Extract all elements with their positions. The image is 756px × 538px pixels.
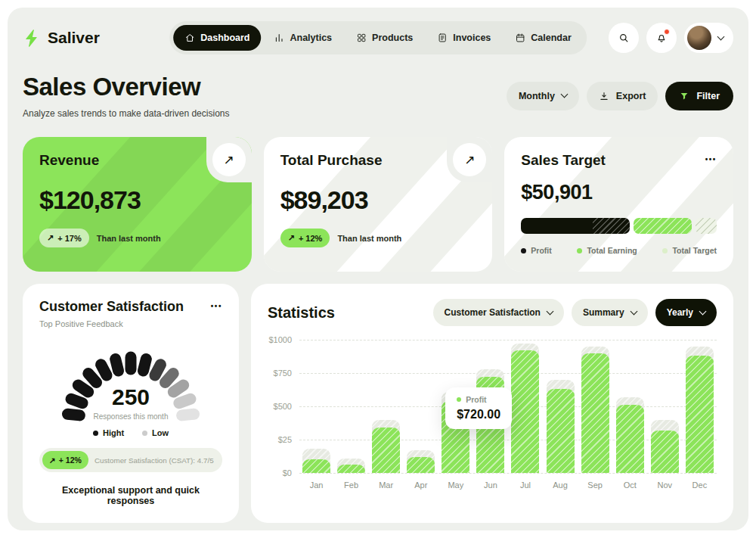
- satisfaction-footer: Exceptional support and quick responses: [39, 485, 222, 506]
- bar-group-nov[interactable]: [651, 340, 679, 473]
- kpi-row: ↗ Revenue $120,873 ↗ + 17% Than last mon…: [23, 137, 733, 272]
- bar-group-dec[interactable]: [686, 340, 714, 473]
- analytics-icon: [274, 33, 284, 43]
- export-button[interactable]: Export: [587, 82, 658, 110]
- bar-chart: $1000$750$500$25$0 Profit $720.00: [268, 340, 717, 473]
- x-tick-label: Oct: [616, 480, 644, 490]
- card-subtitle: Top Positive Feedback: [39, 319, 184, 328]
- card-title: Sales Target: [521, 152, 606, 169]
- search-icon: [618, 32, 630, 44]
- x-tick-label: Jan: [302, 480, 330, 490]
- bar-group-aug[interactable]: [547, 340, 575, 473]
- bar-profit: [547, 389, 575, 473]
- x-tick-label: Dec: [686, 480, 714, 490]
- comparison-note: Than last month: [97, 234, 161, 243]
- nav-item-calendar[interactable]: Calendar: [503, 25, 583, 51]
- bar-group-mar[interactable]: [372, 340, 400, 473]
- x-tick-label: Nov: [651, 480, 679, 490]
- page-actions: Monthly Export Filter: [507, 82, 733, 110]
- metric-select[interactable]: Customer Satisfaction: [433, 299, 564, 326]
- search-button[interactable]: [609, 23, 639, 53]
- revenue-value: $120,873: [39, 185, 235, 215]
- bar-group-oct[interactable]: [616, 340, 644, 473]
- bar-profit: [616, 405, 644, 473]
- tooltip-series-dot: [457, 397, 461, 402]
- chevron-down-icon: [560, 91, 568, 98]
- range-select[interactable]: Yearly: [655, 299, 717, 326]
- summary-label: Summary: [583, 307, 624, 318]
- target-progress-bar: [521, 218, 717, 234]
- bar-group-jan[interactable]: [302, 340, 330, 473]
- filter-label: Filter: [696, 91, 720, 101]
- x-tick-label: May: [442, 480, 469, 490]
- legend-dot: [521, 248, 526, 253]
- period-select[interactable]: Monthly: [507, 82, 579, 110]
- card-title: Revenue: [39, 152, 235, 169]
- gauge-segment: [125, 352, 137, 375]
- nav-item-products[interactable]: Products: [345, 25, 424, 51]
- export-label: Export: [616, 91, 646, 101]
- sales-target-card: Sales Target ••• $50,901 Profit Total Ea…: [504, 137, 733, 272]
- page-title: Sales Overview: [23, 73, 229, 101]
- products-grid-icon: [356, 33, 367, 43]
- bar-group-apr[interactable]: [407, 340, 435, 473]
- legend-label: Profit: [531, 246, 551, 255]
- nav-item-invoices[interactable]: Invoices: [426, 25, 502, 51]
- progress-target: [696, 218, 717, 234]
- nav-item-analytics[interactable]: Analytics: [262, 25, 343, 51]
- user-menu-button[interactable]: [684, 23, 733, 53]
- page-header: Sales Overview Analyze sales trends to m…: [23, 73, 733, 119]
- bar-group-jul[interactable]: [511, 340, 539, 473]
- page-subtitle: Analyze sales trends to make data-driven…: [23, 108, 229, 119]
- card-title: Customer Satisfaction: [39, 299, 184, 315]
- card-corner-notch: ↗: [206, 137, 252, 182]
- avatar: [687, 26, 711, 50]
- badge-label: + 12%: [59, 456, 82, 465]
- period-label: Monthly: [519, 91, 555, 101]
- bar-profit: [686, 356, 714, 473]
- more-options-button[interactable]: •••: [705, 152, 717, 166]
- x-tick-label: Sep: [581, 480, 609, 490]
- csat-trend-badge: ↗ + 12%: [42, 451, 88, 469]
- legend-label: Total Target: [672, 246, 717, 255]
- bar-group-feb[interactable]: [337, 340, 365, 473]
- responses-count: 250: [39, 384, 222, 410]
- y-tick-label: $1000: [268, 335, 292, 344]
- more-options-button[interactable]: •••: [211, 299, 222, 313]
- chart-filters: Customer Satisfaction Summary Yearly: [433, 299, 717, 326]
- calendar-icon: [515, 33, 525, 43]
- chevron-down-icon: [717, 33, 725, 40]
- bar-profit: [337, 465, 365, 473]
- csat-score-text: Customer Satisfaction (CSAT): 4.7/5: [94, 456, 214, 465]
- legend-label: Low: [152, 428, 169, 437]
- x-tick-label: Feb: [337, 480, 365, 490]
- main-nav: Dashboard Analytics Products Invoices Ca…: [169, 21, 587, 54]
- filter-button[interactable]: Filter: [665, 82, 733, 110]
- target-legend: Profit Total Earning Total Target: [521, 246, 717, 255]
- x-tick-label: Jun: [476, 480, 504, 490]
- home-icon: [184, 33, 195, 43]
- trend-up-icon: ↗: [47, 233, 54, 243]
- nav-label: Dashboard: [200, 33, 249, 43]
- y-tick-label: $25: [278, 435, 292, 444]
- csat-pill: ↗ + 12% Customer Satisfaction (CSAT): 4.…: [39, 448, 222, 472]
- brand[interactable]: Saliver: [23, 29, 100, 48]
- chevron-down-icon: [546, 307, 553, 315]
- nav-item-dashboard[interactable]: Dashboard: [173, 25, 261, 51]
- lower-row: Customer Satisfaction Top Positive Feedb…: [23, 284, 733, 523]
- y-axis: $1000$750$500$25$0: [268, 340, 299, 473]
- bar-group-sep[interactable]: [581, 340, 609, 473]
- legend-label: Hight: [103, 428, 124, 437]
- topbar: Saliver Dashboard Analytics Products Inv…: [23, 20, 733, 56]
- open-revenue-button[interactable]: ↗: [212, 143, 246, 176]
- total-purchase-card: ↗ Total Purchase $89,203 ↗ + 12% Than la…: [264, 137, 493, 272]
- topbar-actions: [609, 23, 733, 53]
- notifications-button[interactable]: [646, 23, 677, 53]
- summary-select[interactable]: Summary: [572, 299, 648, 326]
- card-corner-notch: ↗: [447, 137, 492, 182]
- progress-profit: [521, 218, 630, 234]
- metric-label: Customer Satisfaction: [445, 307, 541, 318]
- x-tick-label: Apr: [407, 480, 435, 490]
- tooltip-label: Profit: [466, 395, 486, 404]
- open-purchase-button[interactable]: ↗: [453, 143, 486, 176]
